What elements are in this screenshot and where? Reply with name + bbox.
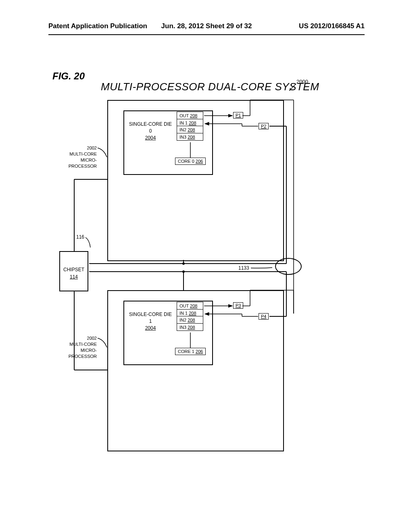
bus-116-label: 116 xyxy=(76,234,84,240)
pin-p1: P1 xyxy=(233,112,243,118)
io-out-1: OUT 208 xyxy=(177,302,203,310)
die-1-label-line1: SINGLE-CORE DIE 1 xyxy=(129,312,172,324)
side-label-0-num: 2002 xyxy=(87,145,97,150)
page-header: Patent Application Publication Jun. 28, … xyxy=(48,22,365,35)
io-in1-1: IN 1 208 xyxy=(177,309,203,317)
figure-label: FIG. 20 xyxy=(52,71,85,82)
figure-title: MULTI-PROCESSOR DUAL-CORE SYSTEM xyxy=(101,81,319,93)
header-right: US 2012/0166845 A1 xyxy=(299,22,365,34)
io-in3-1: IN3 208 xyxy=(177,323,203,331)
core-0: CORE 0 206 xyxy=(175,158,206,165)
io-in1-0: IN 1 208 xyxy=(177,119,203,127)
io-out-0: OUT 208 xyxy=(177,112,203,119)
die-0-label-line1: SINGLE-CORE DIE 0 xyxy=(129,121,172,134)
io-stack-0: OUT 208 IN 1 208 IN2 208 IN3 208 xyxy=(177,112,203,140)
svg-point-9 xyxy=(182,270,185,273)
pin-p4: P4 xyxy=(259,313,269,320)
io-in3-0: IN3 208 xyxy=(177,133,203,141)
die-1-label-num: 2004 xyxy=(145,325,156,331)
header-center: Jun. 28, 2012 Sheet 29 of 32 xyxy=(161,22,252,30)
side-label-1-num: 2002 xyxy=(87,336,97,341)
ref-2000-text: 2000 xyxy=(296,79,308,85)
die-1-label: SINGLE-CORE DIE 1 2004 xyxy=(127,311,173,331)
io-stack-1: OUT 208 IN 1 208 IN2 208 IN3 208 xyxy=(177,302,203,330)
pin-p3: P3 xyxy=(233,302,243,309)
side-label-proc-1: 2002 MULTI-CORE MICRO- PROCESSOR xyxy=(60,335,97,359)
svg-point-8 xyxy=(182,262,185,265)
pin-p2: P2 xyxy=(259,123,269,129)
chipset-label: CHIPSET xyxy=(63,267,84,272)
bus-1133-label: 1133 xyxy=(238,265,249,271)
io-in2-1: IN2 208 xyxy=(177,316,203,324)
die-0-label-num: 2004 xyxy=(145,135,156,141)
side-label-proc-0: 2002 MULTI-CORE MICRO- PROCESSOR xyxy=(60,145,97,169)
chipset-box: CHIPSET 114 xyxy=(59,251,88,291)
header-left: Patent Application Publication xyxy=(48,22,147,34)
die-0-label: SINGLE-CORE DIE 0 2004 xyxy=(127,121,173,141)
core-1: CORE 1 206 xyxy=(175,348,206,355)
bus-junction-ellipse xyxy=(275,258,302,275)
ref-2000: 2000 xyxy=(296,79,308,85)
io-in2-0: IN2 208 xyxy=(177,126,203,133)
chipset-num: 114 xyxy=(70,274,78,280)
